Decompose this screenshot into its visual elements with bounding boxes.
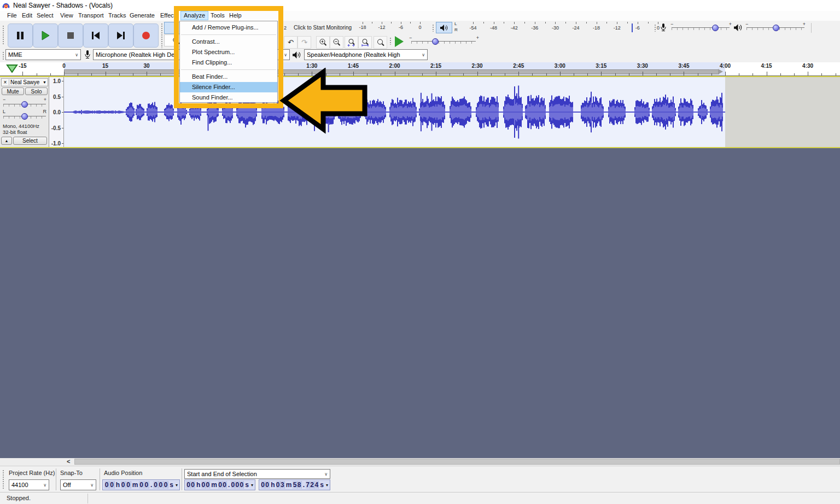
timeline-label: 30 — [144, 63, 150, 69]
device-toolbar-grip[interactable] — [2, 51, 5, 60]
playback-volume[interactable]: − + — [733, 22, 806, 34]
snap-to-value: Off — [63, 482, 71, 488]
out-volume-thumb[interactable] — [773, 25, 779, 31]
project-rate-select[interactable]: 44100 ∨ — [9, 479, 49, 490]
gain-slider[interactable]: − + — [3, 97, 46, 109]
chevron-down-icon: ∨ — [88, 483, 94, 488]
timeline-label: 15 — [102, 63, 108, 69]
audacity-logo-icon — [2, 2, 10, 9]
timeline-label: 0 — [62, 63, 66, 69]
rec-scale-label: -6 — [399, 25, 403, 30]
play-scale-label: -24 — [572, 25, 579, 31]
solo-button[interactable]: Solo — [25, 87, 48, 95]
timeline-label: 2:00 — [389, 63, 400, 69]
zoom-toggle-button[interactable] — [374, 36, 387, 49]
playback-peak-indicator — [632, 24, 633, 32]
gain-slider-thumb[interactable] — [21, 101, 28, 108]
menu-tracks[interactable]: Tracks — [106, 11, 129, 20]
mute-button[interactable]: Mute — [2, 87, 24, 95]
tools-toolbar-grip[interactable] — [161, 23, 164, 48]
out-vol-plus-label: + — [803, 21, 806, 27]
track-name[interactable]: Neal Sawye — [9, 79, 41, 85]
status-text: Stopped. — [7, 495, 31, 501]
menu-file[interactable]: File — [4, 11, 20, 20]
snap-to-select[interactable]: Off ∨ — [60, 479, 96, 490]
audio-position-field[interactable]: 00h00m00.000s▾ — [102, 479, 180, 490]
play-scale-label: -30 — [552, 25, 559, 31]
menu-edit[interactable]: Edit — [19, 11, 35, 20]
play-button[interactable] — [33, 24, 58, 48]
rec-volume-thumb[interactable] — [712, 25, 719, 31]
waveform-area[interactable] — [64, 77, 725, 147]
play-speed-slider[interactable]: − + — [409, 36, 478, 47]
timeline-band-arrow — [718, 69, 723, 74]
selection-end-field[interactable]: 00h03m58.724s▾ — [259, 479, 330, 490]
play-at-speed-button[interactable] — [395, 36, 404, 47]
microphone-icon — [84, 50, 91, 60]
selection-toolbar: Project Rate (Hz) 44100 ∨ Snap-To Off ∨ … — [0, 466, 840, 493]
skip-to-end-button[interactable] — [108, 24, 133, 48]
selection-mode-select[interactable]: Start and End of Selection ∨ — [184, 469, 330, 479]
audio-host-select[interactable]: MME ∨ — [5, 49, 81, 60]
zoom-out-button[interactable] — [330, 36, 343, 49]
timeline-label: 4:30 — [802, 63, 813, 69]
skip-to-start-button[interactable] — [83, 24, 108, 48]
play-at-speed-grip[interactable] — [389, 37, 392, 45]
zoom-out-icon — [332, 38, 341, 47]
track-menu-dropdown-icon[interactable]: ▼ — [43, 80, 48, 84]
menu-transport[interactable]: Transport — [75, 11, 107, 20]
audacity-window: Neal Sawyer - Shadows - (Vocals) FileEdi… — [0, 0, 840, 504]
record-button[interactable] — [133, 24, 159, 48]
selection-toolbar-grip[interactable] — [2, 470, 5, 489]
track-empty-region[interactable] — [725, 77, 840, 147]
select-track-button[interactable]: Select — [13, 137, 47, 145]
timefield-dropdown-icon[interactable]: ▾ — [326, 483, 328, 488]
collapse-track-button[interactable]: ▲ — [1, 137, 12, 145]
stop-button[interactable] — [58, 24, 83, 48]
timeline-label: 4:15 — [761, 63, 772, 69]
mixer-grip[interactable] — [654, 24, 657, 32]
chevron-down-icon: ∨ — [322, 472, 328, 477]
track-title-bar[interactable]: × Neal Sawye ▼ — [1, 78, 48, 86]
zoom-in-button[interactable] — [316, 36, 330, 49]
speaker-icon — [292, 51, 301, 59]
zoom-fit-button[interactable] — [358, 36, 372, 49]
zoom-selection-button[interactable] — [345, 36, 358, 49]
timeline-label: 2:45 — [513, 63, 524, 69]
speed-slider-thumb[interactable] — [432, 38, 439, 45]
horizontal-scrollbar[interactable]: < — [0, 458, 840, 466]
pan-slider-thumb[interactable] — [21, 113, 28, 120]
timefield-dropdown-icon[interactable]: ▾ — [251, 483, 253, 488]
toolbar-area: I 2 Click to Start Monitoring -18-12-60 … — [0, 21, 840, 63]
redo-button[interactable]: ↷ — [298, 36, 311, 49]
track-format-line1: Mono, 44100Hz — [3, 123, 39, 129]
timeline-ruler[interactable]: -1501530451:001:151:301:452:002:152:302:… — [0, 62, 840, 76]
scrollbar-thumb[interactable] — [74, 459, 840, 465]
track-control-panel: × Neal Sawye ▼ Mute Solo − + L R — [0, 77, 49, 147]
recording-meter[interactable]: 2 Click to Start Monitoring -18-12-60 — [284, 22, 430, 34]
selection-mode-value: Start and End of Selection — [187, 471, 257, 477]
menu-generate[interactable]: Generate — [127, 11, 158, 20]
monitoring-text[interactable]: Click to Start Monitoring — [294, 25, 352, 31]
redo-icon: ↷ — [301, 38, 307, 46]
pan-slider[interactable]: L R — [3, 109, 46, 121]
playback-meter[interactable]: L R -54-48-42-36-30-24-18-12-60 — [435, 22, 664, 34]
menu-view[interactable]: View — [57, 11, 76, 20]
vertical-scale-ruler[interactable]: 1.00.50.0-0.5-1.0 — [49, 77, 64, 147]
zoom-in-icon — [319, 38, 328, 47]
track-format-line2: 32-bit float — [3, 129, 27, 135]
vertical-scale-label: 1.0 — [53, 78, 61, 84]
playback-device-select[interactable]: Speaker/Headphone (Realtek High ∨ — [304, 49, 428, 60]
timeline-options-pin-icon[interactable] — [6, 64, 18, 73]
scroll-left-button[interactable]: < — [67, 458, 70, 465]
pause-button[interactable] — [8, 24, 33, 48]
track-close-button[interactable]: × — [2, 79, 9, 85]
menu-bar: FileEditSelectViewTransportTracksGenerat… — [0, 11, 840, 21]
undo-button[interactable]: ↶ — [284, 36, 298, 49]
recording-volume[interactable]: − + — [660, 22, 732, 34]
transport-toolbar-grip[interactable] — [2, 25, 5, 45]
playback-meter-button[interactable] — [436, 22, 452, 33]
timefield-dropdown-icon[interactable]: ▾ — [176, 483, 178, 488]
menu-select[interactable]: Select — [34, 11, 56, 20]
selection-start-field[interactable]: 00h00m00.000s▾ — [184, 479, 255, 490]
